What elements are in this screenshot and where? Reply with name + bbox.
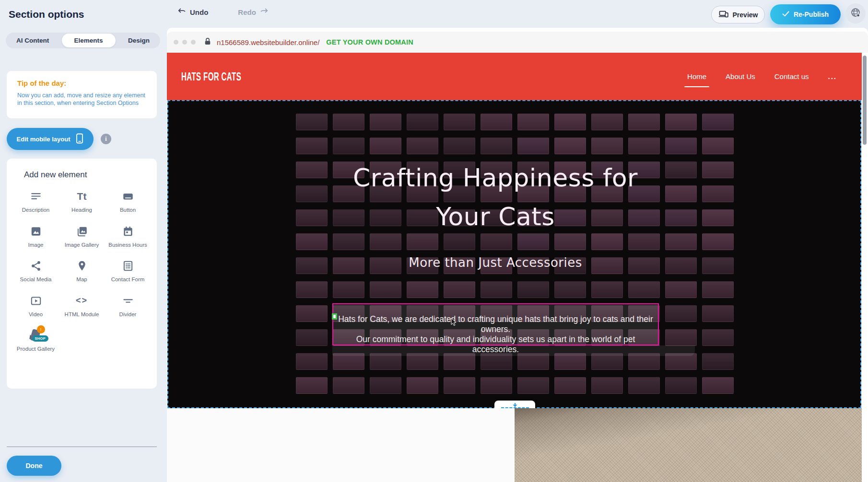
resize-handle-left[interactable] <box>332 313 337 320</box>
upgrade-arrow-badge: ↑ <box>37 325 45 333</box>
wall-tile <box>481 377 512 394</box>
wall-tile <box>370 281 401 298</box>
redo-button[interactable]: Redo <box>238 8 269 17</box>
hero-heading[interactable]: Crafting Happiness for Your Cats <box>325 159 666 236</box>
wall-tile <box>628 377 660 394</box>
tab-ai-content[interactable]: AI Content <box>9 34 57 47</box>
element-contact-form[interactable]: Contact Form <box>107 259 149 283</box>
language-button[interactable] <box>845 3 866 23</box>
wall-tile <box>702 209 734 226</box>
wall-tile <box>702 377 734 394</box>
social-media-icon <box>28 259 44 273</box>
edit-mobile-label: Edit mobile layout <box>17 136 70 143</box>
window-dot-icon <box>182 40 187 45</box>
video-icon <box>28 294 44 308</box>
undo-label: Undo <box>190 8 208 16</box>
wall-tile <box>628 138 660 154</box>
hero-section[interactable]: Crafting Happiness for Your Cats More th… <box>167 100 861 408</box>
wall-tile <box>296 353 328 370</box>
site-logo[interactable]: HATS FOR CATS <box>181 70 241 83</box>
wall-tile <box>665 281 697 298</box>
tip-card: Tip of the day: Now you can add, move an… <box>7 71 157 118</box>
preview-button[interactable]: Preview <box>711 6 765 23</box>
wall-tile <box>591 377 623 394</box>
wall-tile <box>665 329 697 346</box>
product-gallery-icon: ↑ SHOP <box>28 328 44 343</box>
wall-tile <box>370 114 401 130</box>
next-section-image[interactable] <box>515 408 862 482</box>
undo-button[interactable]: Undo <box>177 8 208 17</box>
tab-design[interactable]: Design <box>120 34 157 47</box>
wall-tile <box>517 138 549 154</box>
element-heading[interactable]: Tt Heading <box>61 189 103 214</box>
next-section-left[interactable] <box>167 408 515 482</box>
selected-paragraph[interactable]: Hats for Cats, we are dedicated to craft… <box>332 303 659 345</box>
nav-about-us[interactable]: About Us <box>725 69 756 83</box>
wall-tile <box>296 138 328 154</box>
element-divider[interactable]: Divider <box>107 294 149 318</box>
wall-tile <box>296 185 328 202</box>
wall-tile <box>665 138 697 154</box>
element-social-media[interactable]: Social Media <box>15 259 57 283</box>
wall-tile <box>296 233 328 250</box>
wall-tile <box>702 281 734 298</box>
add-element-card: Add new element Description Tt Heading B… <box>7 159 157 389</box>
element-image[interactable]: Image <box>15 224 57 249</box>
page-title: Section options <box>9 9 84 20</box>
wall-tile <box>702 138 734 154</box>
wall-tile <box>296 329 328 346</box>
wall-tile <box>481 138 512 154</box>
element-description[interactable]: Description <box>15 189 57 214</box>
button-icon <box>120 189 136 204</box>
wall-tile <box>665 209 697 226</box>
wall-tile <box>702 161 734 178</box>
nav-home[interactable]: Home <box>686 69 707 83</box>
globe-icon <box>850 7 861 20</box>
wall-tile <box>444 114 475 130</box>
wall-tile <box>296 161 328 178</box>
wall-tile <box>407 138 438 154</box>
hero-subheading[interactable]: More than Just Accessories <box>325 255 666 270</box>
add-element-title: Add new element <box>24 170 157 180</box>
html-module-icon: <> <box>74 294 90 308</box>
wall-tile <box>407 114 438 130</box>
site-url[interactable]: n1566589.websitebuilder.online/ <box>217 38 319 46</box>
image-gallery-icon <box>74 224 90 239</box>
description-icon <box>28 189 44 204</box>
element-html-module[interactable]: <> HTML Module <box>61 294 103 318</box>
wall-tile <box>665 185 697 202</box>
republish-button[interactable]: Re-Publish <box>770 4 841 24</box>
element-map[interactable]: Map <box>61 259 103 283</box>
site-nav: Home About Us Contact us ... <box>686 53 838 100</box>
wall-tile <box>296 305 328 322</box>
arrow-down-icon <box>512 403 518 407</box>
get-domain-link[interactable]: GET YOUR OWN DOMAIN <box>326 38 413 46</box>
wall-tile <box>296 209 328 226</box>
redo-icon <box>259 8 269 17</box>
tip-title: Tip of the day: <box>17 79 146 87</box>
element-button[interactable]: Button <box>107 189 149 214</box>
wall-tile <box>333 138 364 154</box>
element-business-hours[interactable]: Business Hours <box>107 224 149 249</box>
site-header: HATS FOR CATS Home About Us Contact us .… <box>167 53 862 100</box>
wall-tile <box>665 233 697 250</box>
wall-tile <box>517 114 549 130</box>
done-button[interactable]: Done <box>7 456 61 476</box>
business-hours-icon <box>120 224 136 239</box>
element-video[interactable]: Video <box>15 294 57 318</box>
edit-mobile-layout-button[interactable]: Edit mobile layout <box>7 128 94 150</box>
nav-contact-us[interactable]: Contact us <box>774 69 810 83</box>
canvas-scrollbar[interactable] <box>863 56 867 145</box>
tip-body: Now you can add, move and resize any ele… <box>17 92 146 107</box>
lock-icon <box>204 37 211 47</box>
wall-tile <box>591 138 623 154</box>
tab-elements[interactable]: Elements <box>62 34 116 47</box>
wall-tile <box>554 281 586 298</box>
wall-tile <box>665 257 697 274</box>
nav-more-button[interactable]: ... <box>827 69 838 83</box>
wall-tile <box>481 281 512 298</box>
element-image-gallery[interactable]: Image Gallery <box>61 224 103 249</box>
info-icon[interactable]: i <box>101 134 111 144</box>
element-product-gallery[interactable]: ↑ SHOP Product Gallery <box>15 328 57 353</box>
mouse-cursor-icon <box>450 318 457 328</box>
